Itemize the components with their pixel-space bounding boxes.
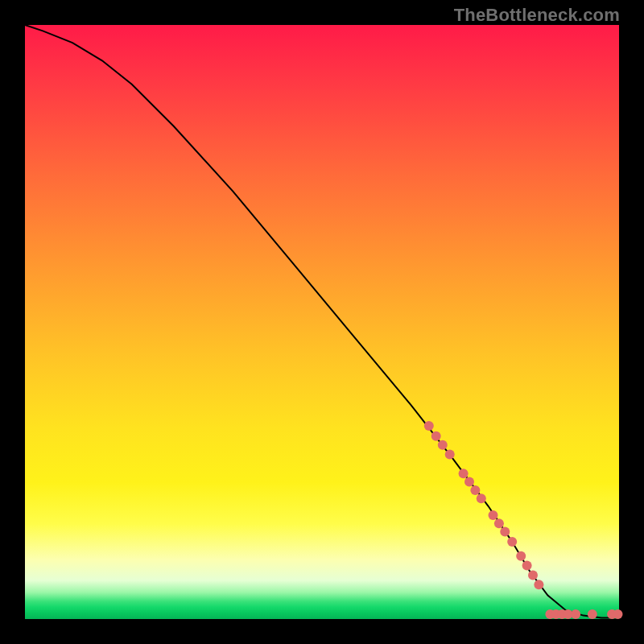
marker-dot <box>500 527 510 537</box>
marker-dot <box>534 580 543 589</box>
marker-dot <box>459 469 469 478</box>
marker-dot <box>470 485 480 495</box>
chart-frame: TheBottleneck.com <box>0 0 644 644</box>
bottleneck-curve-path <box>25 25 619 618</box>
marker-dot <box>507 537 517 547</box>
marker-dot <box>588 609 597 619</box>
bottleneck-curve <box>25 25 619 618</box>
marker-dot <box>571 609 580 619</box>
plot-area <box>25 25 619 619</box>
marker-dot <box>494 518 504 528</box>
marker-dot <box>477 493 486 503</box>
marker-layer <box>424 421 623 619</box>
marker-dot <box>489 510 498 520</box>
marker-dot <box>445 450 455 460</box>
marker-dot <box>438 440 448 450</box>
marker-dot <box>431 431 441 441</box>
marker-dot <box>424 421 434 431</box>
marker-dot <box>522 561 532 571</box>
marker-dot <box>516 551 526 561</box>
watermark-text: TheBottleneck.com <box>454 5 620 26</box>
curve-layer <box>25 25 619 619</box>
marker-dot <box>528 570 538 580</box>
marker-dot <box>464 477 474 487</box>
marker-dot <box>613 609 623 619</box>
